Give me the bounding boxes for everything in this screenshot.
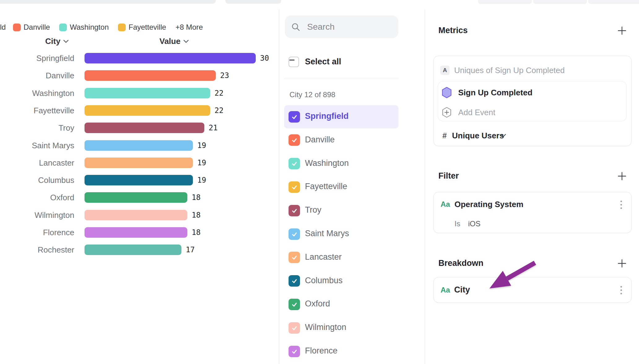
bar-value: 21: [209, 123, 218, 133]
check-icon: [291, 137, 298, 144]
column-header-city[interactable]: City: [45, 36, 69, 46]
select-all-label[interactable]: Select all: [305, 57, 341, 67]
chevron-down-icon[interactable]: [501, 134, 506, 137]
bar[interactable]: [85, 175, 193, 185]
column-header-value[interactable]: Value: [159, 36, 189, 46]
bar[interactable]: [85, 245, 181, 255]
bar-value: 23: [220, 70, 229, 81]
bar-value: 30: [260, 53, 269, 63]
city-checkbox[interactable]: [289, 275, 300, 287]
city-checkbox[interactable]: [289, 299, 300, 310]
city-list-label[interactable]: Wilmington: [305, 323, 346, 332]
legend-item: Washington: [59, 23, 109, 32]
city-checkbox[interactable]: [289, 134, 300, 146]
city-checkbox[interactable]: [289, 346, 300, 357]
city-list-label[interactable]: Danville: [305, 135, 335, 145]
legend-item: Fayetteville: [118, 23, 166, 32]
bar[interactable]: [85, 70, 216, 81]
list-count-label: City 12 of 898: [289, 90, 335, 99]
breakdown-property[interactable]: City: [454, 285, 470, 295]
legend-swatch: [118, 24, 126, 31]
legend-more-button[interactable]: +8 More: [176, 23, 203, 32]
bar-category-label: Florence: [0, 227, 74, 238]
annotation-arrow: [483, 257, 545, 297]
city-checkbox[interactable]: [289, 322, 300, 334]
search-input[interactable]: [307, 22, 394, 32]
bar-category-label: Fayetteville: [0, 105, 74, 116]
bar-category-label: Troy: [0, 123, 74, 133]
measure-selector[interactable]: Unique Users: [452, 131, 504, 141]
bar-category-label: Danville: [0, 70, 74, 81]
city-checkbox[interactable]: [289, 181, 300, 193]
divider-chart-selector: [279, 9, 279, 364]
divider-selector-panel: [425, 9, 425, 364]
chart-legend: ld DanvilleWashingtonFayetteville+8 More: [0, 23, 203, 32]
bar[interactable]: [85, 88, 210, 98]
city-list-label[interactable]: Washington: [305, 158, 349, 168]
city-checkbox[interactable]: [289, 228, 300, 240]
event-hexagon-icon: [441, 87, 452, 98]
bar-category-label: Saint Marys: [0, 140, 74, 151]
top-tab-segment[interactable]: [533, 0, 587, 4]
chevron-down-icon: [183, 40, 189, 43]
bar-value: 22: [215, 105, 224, 116]
bar-category-label: Wilmington: [0, 210, 74, 220]
city-list-label[interactable]: Lancaster: [305, 252, 342, 262]
indeterminate-minus-icon: [289, 57, 295, 63]
filter-card[interactable]: [433, 192, 632, 233]
add-event-button[interactable]: Add Event: [458, 108, 495, 117]
filter-property[interactable]: Operating System: [454, 200, 524, 209]
city-list-label[interactable]: Florence: [305, 346, 337, 356]
add-metric-button[interactable]: [617, 26, 627, 35]
search-box[interactable]: [285, 15, 398, 38]
bar-category-label: Washington: [0, 88, 74, 98]
metric-summary: Uniques of Sign Up Completed: [454, 66, 565, 75]
legend-swatch: [59, 24, 67, 31]
bar[interactable]: [85, 140, 193, 151]
legend-label: Washington: [70, 23, 109, 32]
metric-letter-badge: A: [440, 66, 450, 75]
city-list-label[interactable]: Fayetteville: [305, 182, 347, 191]
city-list-label[interactable]: Saint Marys: [305, 229, 349, 238]
city-checkbox[interactable]: [289, 205, 300, 216]
measure-hash-icon: #: [442, 131, 447, 140]
legend-item: Danville: [13, 23, 50, 32]
list-divider: [284, 79, 398, 79]
bar[interactable]: [85, 192, 187, 203]
city-checkbox[interactable]: [289, 252, 300, 263]
city-list-label[interactable]: Oxford: [305, 299, 330, 309]
bar[interactable]: [85, 158, 193, 168]
city-list-label[interactable]: Springfield: [305, 111, 349, 121]
bar[interactable]: [85, 227, 187, 238]
check-icon: [291, 301, 298, 308]
bar[interactable]: [85, 123, 204, 133]
string-property-icon: Aa: [441, 200, 450, 209]
top-tab-segment[interactable]: [588, 0, 639, 4]
metrics-section-title: Metrics: [438, 26, 468, 35]
filter-kebab-menu[interactable]: [619, 199, 623, 210]
top-tab-segment[interactable]: [478, 0, 532, 4]
bar[interactable]: [85, 210, 187, 220]
toolbar-remnant-mid: [225, 0, 281, 4]
select-all-checkbox[interactable]: [289, 57, 299, 67]
check-icon: [291, 184, 298, 191]
breakdown-kebab-menu[interactable]: [619, 285, 623, 296]
city-checkbox[interactable]: [289, 158, 300, 169]
legend-swatch: [13, 24, 21, 31]
check-icon: [291, 325, 298, 332]
city-list-label[interactable]: Troy: [305, 205, 321, 215]
add-breakdown-button[interactable]: [617, 259, 627, 268]
city-list-label[interactable]: Columbus: [305, 276, 343, 285]
bar-value: 22: [215, 88, 224, 98]
add-filter-button[interactable]: [617, 171, 627, 181]
search-icon: [291, 22, 300, 32]
event-name[interactable]: Sign Up Completed: [458, 88, 532, 98]
bar[interactable]: [85, 105, 210, 116]
check-icon: [291, 278, 298, 284]
city-checkbox[interactable]: [289, 111, 300, 123]
filter-value[interactable]: iOS: [468, 219, 480, 228]
bar[interactable]: [85, 53, 256, 63]
bar-category-label: Springfield: [0, 53, 74, 63]
filter-operator[interactable]: Is: [454, 219, 460, 228]
string-property-icon: Aa: [441, 286, 450, 294]
